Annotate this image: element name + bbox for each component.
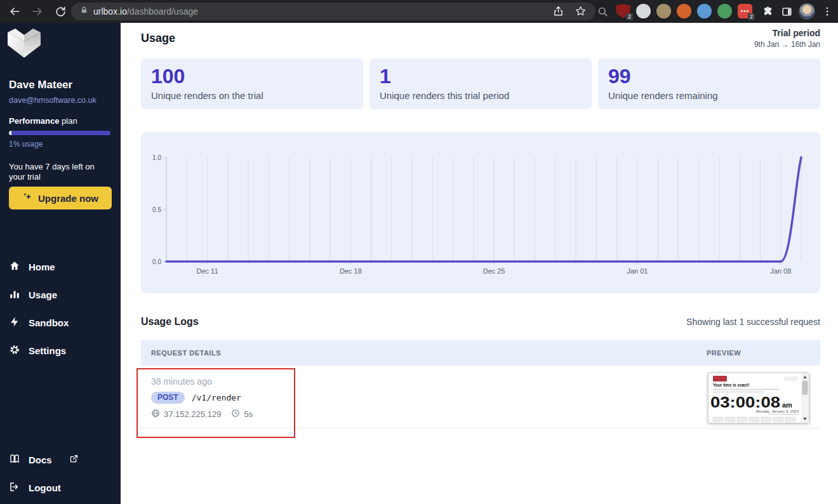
stat-card-period: 1 Unique renders this trial period — [369, 58, 592, 109]
mini-clock: 03:00:08 — [710, 394, 780, 411]
trial-days-notice: You have 7 days left on your trial — [9, 162, 105, 182]
clock-icon — [231, 409, 240, 420]
reload-icon[interactable] — [53, 4, 67, 18]
url-host: urlbox.io — [93, 6, 127, 17]
lock-icon — [80, 6, 88, 17]
sidebar-item-settings[interactable]: Settings — [9, 343, 66, 358]
mini-date: Monday, January 9, 2023 — [756, 409, 799, 413]
book-icon — [9, 453, 20, 467]
usage-progress-fill — [9, 131, 11, 135]
usage-chart: 0.00.51.0Dec 11Dec 18Dec 25Jan 01Jan 08 — [141, 132, 820, 293]
usage-chart-card: 0.00.51.0Dec 11Dec 18Dec 25Jan 01Jan 08 — [141, 132, 820, 293]
trial-period-range: 9th Jan → 16th Jan — [754, 40, 820, 49]
mini-scrollbar — [801, 373, 809, 423]
mini-buttons-row — [713, 417, 795, 421]
log-time: 38 minutes ago — [151, 376, 212, 387]
trial-period: Trial period 9th Jan → 16th Jan — [754, 28, 820, 49]
logs-table-header: REQUEST DETAILS PREVIEW — [141, 340, 820, 366]
sidebar: Dave Mateer dave@hmsoftware.co.uk Perfor… — [0, 23, 121, 504]
globe-icon — [151, 409, 160, 420]
main-content: Usage Trial period 9th Jan → 16th Jan 10… — [121, 23, 838, 504]
blue-circle-extension-icon[interactable] — [697, 4, 712, 18]
plan-label: Performance plan — [9, 116, 77, 126]
home-icon — [9, 260, 20, 274]
method-badge: POST — [151, 392, 185, 404]
usage-logs-title: Usage Logs — [141, 316, 199, 328]
mini-page-title: Your time is exact! — [713, 383, 749, 387]
browser-toolbar: urlbox.io/dashboard/usage 2•••2 — [0, 0, 838, 23]
svg-text:0.5: 0.5 — [152, 206, 161, 213]
svg-text:Jan 08: Jan 08 — [770, 267, 791, 275]
bookmark-star-icon[interactable] — [575, 5, 587, 20]
ublock-origin-icon[interactable]: 2 — [616, 4, 630, 18]
red-dots-extension-icon[interactable]: •••2 — [738, 4, 752, 18]
puzzle-extensions-icon[interactable] — [761, 4, 775, 18]
svg-text:0.0: 0.0 — [152, 258, 161, 265]
usage-logs-subtitle: Showing last 1 successful request — [686, 317, 820, 327]
logout-icon — [9, 481, 20, 494]
upgrade-button[interactable]: Upgrade now — [9, 187, 112, 209]
sidebar-item-sandbox[interactable]: Sandbox — [9, 315, 69, 330]
usage-progress-bar — [9, 131, 110, 135]
sparkles-icon — [22, 192, 33, 204]
mini-red-badge — [713, 376, 727, 381]
urlbox-logo — [6, 28, 42, 61]
cookie-extension-icon[interactable] — [656, 4, 671, 18]
svg-text:Dec 18: Dec 18 — [340, 267, 362, 275]
column-request-details: REQUEST DETAILS — [151, 349, 221, 357]
share-icon[interactable] — [552, 5, 564, 20]
privacy-badger-icon[interactable] — [636, 4, 651, 18]
page-title: Usage — [141, 32, 175, 45]
forward-icon[interactable] — [30, 4, 44, 18]
url-bar[interactable]: urlbox.io/dashboard/usage — [71, 3, 595, 20]
usage-percent-label: 1% usage — [9, 140, 43, 149]
svg-text:Dec 11: Dec 11 — [196, 267, 218, 275]
mini-meridiem: am — [782, 401, 792, 409]
sidebar-item-docs[interactable]: Docs — [9, 452, 79, 467]
search-icon[interactable] — [595, 4, 609, 18]
stat-card-total: 100 Unique renders on the trial — [141, 58, 363, 109]
hydrant-extension-icon[interactable] — [677, 4, 691, 18]
user-name: Dave Mateer — [9, 79, 72, 91]
svg-text:Dec 25: Dec 25 — [483, 267, 505, 275]
log-duration: 5s — [244, 409, 253, 419]
browser-menu-icon[interactable] — [820, 4, 834, 18]
sidebar-item-usage[interactable]: Usage — [9, 287, 57, 302]
sidebar-item-logout[interactable]: Logout — [9, 480, 61, 495]
profile-avatar[interactable] — [799, 3, 815, 20]
svg-text:Jan 01: Jan 01 — [627, 267, 648, 275]
bar-chart-icon — [9, 288, 20, 302]
green-circle-extension-icon[interactable] — [717, 4, 732, 18]
external-link-icon — [69, 454, 79, 465]
bolt-icon — [9, 316, 20, 329]
render-preview-thumbnail[interactable]: Your time is exact! 03:00:08 am Monday, … — [708, 373, 809, 423]
stat-card-remaining: 99 Unique renders remaining — [598, 58, 820, 109]
url-path: /dashboard/usage — [127, 6, 198, 17]
svg-text:1.0: 1.0 — [152, 154, 161, 161]
back-icon[interactable] — [8, 4, 22, 18]
sidebar-item-home[interactable]: Home — [9, 259, 55, 274]
endpoint-path: /v1/render — [192, 393, 241, 402]
log-ip: 37.152.225.129 — [164, 409, 221, 419]
row-divider — [141, 428, 820, 428]
extensions-row: 2•••2 — [616, 4, 752, 18]
user-email: dave@hmsoftware.co.uk — [9, 96, 96, 105]
gear-icon — [9, 344, 20, 357]
side-panel-icon[interactable] — [780, 4, 794, 18]
column-preview: PREVIEW — [707, 349, 741, 357]
